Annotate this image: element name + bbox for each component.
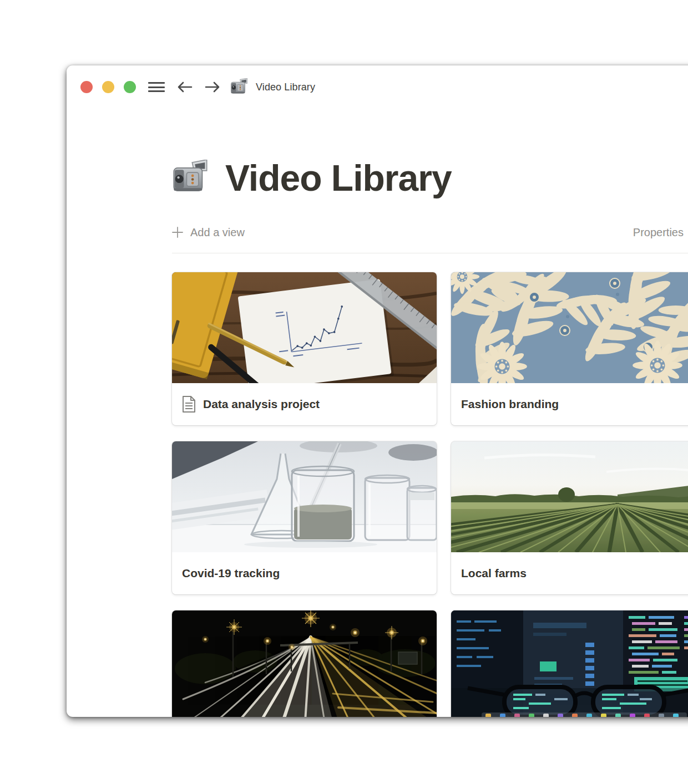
- back-arrow-icon[interactable]: [177, 81, 193, 93]
- card-caption: Covid-19 tracking: [172, 552, 437, 594]
- video-camera-icon: [230, 78, 248, 96]
- gallery-card-code-screens[interactable]: [451, 610, 688, 717]
- code-screens-glasses-cover-image: [451, 610, 688, 717]
- window-titlebar: Video Library: [67, 65, 688, 109]
- card-title: Data analysis project: [203, 398, 320, 411]
- card-title: Covid-19 tracking: [182, 567, 280, 580]
- forward-arrow-icon[interactable]: [205, 81, 220, 93]
- page-title: Video Library: [225, 157, 452, 199]
- close-window-button[interactable]: [80, 81, 93, 93]
- video-camera-page-icon[interactable]: [172, 160, 209, 196]
- add-view-button[interactable]: Add a view: [172, 226, 245, 239]
- document-icon: [182, 396, 196, 413]
- plus-icon: [172, 227, 183, 238]
- page-header: Video Library: [172, 157, 688, 198]
- app-window: Video Library Video Library Add a view P…: [67, 65, 688, 717]
- sidebar-menu-icon[interactable]: [148, 81, 165, 93]
- titlebar-document-title: Video Library: [256, 82, 315, 93]
- card-caption: Local farms: [451, 552, 688, 594]
- view-toolbar: Add a view Properties: [172, 223, 688, 242]
- desk-with-chart-cover-image: [172, 272, 437, 383]
- gallery-card-data-analysis[interactable]: Data analysis project: [172, 272, 437, 425]
- blue-floral-pattern-cover-image: [451, 272, 688, 383]
- gallery-card-night-highway[interactable]: [172, 610, 437, 717]
- zoom-window-button[interactable]: [124, 81, 136, 93]
- properties-button[interactable]: Properties: [633, 226, 684, 239]
- farm-field-cover-image: [451, 441, 688, 552]
- card-title: Fashion branding: [461, 398, 559, 411]
- card-title: Local farms: [461, 567, 527, 580]
- lab-beakers-cover-image: [172, 441, 437, 552]
- gallery-view: Data analysis project: [172, 272, 688, 717]
- gallery-card-covid-tracking[interactable]: Covid-19 tracking: [172, 441, 437, 594]
- add-view-label: Add a view: [190, 226, 245, 239]
- night-highway-cover-image: [172, 610, 437, 717]
- toolbar-divider: [172, 253, 688, 253]
- traffic-lights: [80, 81, 136, 93]
- card-caption: Fashion branding: [451, 383, 688, 425]
- gallery-card-local-farms[interactable]: Local farms: [451, 441, 688, 594]
- minimize-window-button[interactable]: [102, 81, 114, 93]
- card-caption: Data analysis project: [172, 383, 437, 425]
- gallery-card-fashion-branding[interactable]: Fashion branding: [451, 272, 688, 425]
- page-content: Video Library Add a view Properties: [67, 157, 688, 717]
